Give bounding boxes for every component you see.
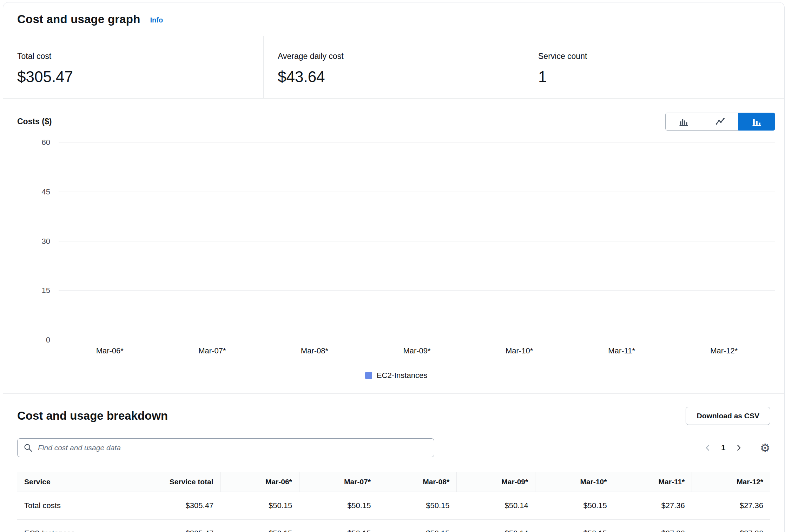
stat-value: $43.64	[278, 68, 510, 86]
breakdown-title: Cost and usage breakdown	[17, 409, 168, 423]
download-csv-button[interactable]: Download as CSV	[686, 407, 770, 425]
chart-x-axis: Mar-06*Mar-07*Mar-08*Mar-09*Mar-10*Mar-1…	[59, 346, 775, 355]
current-page-number[interactable]: 1	[721, 443, 725, 452]
legend-label: EC2-Instances	[377, 371, 427, 380]
column-header: Service total	[115, 472, 220, 492]
y-axis-tick-label: 15	[42, 286, 50, 295]
line-chart-icon	[715, 117, 726, 127]
x-axis-label: Mar-08*	[263, 346, 366, 355]
table-controls: 1 ⚙	[17, 438, 770, 457]
panel-header: Cost and usage graph Info	[3, 2, 784, 36]
column-header: Mar-09*	[457, 472, 535, 492]
chart-header: Costs ($)	[17, 113, 775, 131]
table-body: Total costs$305.47$50.15$50.15$50.15$50.…	[17, 492, 770, 532]
chart-plot	[59, 142, 775, 340]
stat-service-count: Service count 1	[524, 36, 784, 98]
breakdown-table-wrap: ServiceService totalMar-06*Mar-07*Mar-08…	[17, 472, 770, 532]
value-cell: $50.14	[457, 520, 535, 532]
chart-section: Costs ($)	[3, 99, 784, 393]
value-cell: $50.15	[220, 492, 299, 520]
service-cell: EC2-Instances	[17, 520, 115, 532]
value-cell: $50.15	[220, 520, 299, 532]
value-cell: $50.15	[299, 492, 378, 520]
bar-chart: 015304560	[17, 142, 775, 340]
column-header: Service	[17, 472, 115, 492]
value-cell: $50.15	[378, 520, 456, 532]
cost-and-usage-panel: Cost and usage graph Info Total cost $30…	[3, 2, 785, 532]
value-cell: $50.15	[535, 492, 614, 520]
y-axis-tick-label: 30	[42, 237, 50, 246]
table-row: Total costs$305.47$50.15$50.15$50.15$50.…	[17, 492, 770, 520]
breakdown-header: Cost and usage breakdown Download as CSV	[17, 407, 770, 425]
page-title: Cost and usage graph	[17, 13, 140, 26]
column-header: Mar-12*	[692, 472, 770, 492]
value-cell: $50.15	[535, 520, 614, 532]
info-link[interactable]: Info	[150, 16, 163, 24]
column-header: Mar-11*	[614, 472, 692, 492]
y-axis-tick-label: 0	[46, 335, 50, 345]
grouped-bar-chart-icon	[679, 117, 689, 127]
x-axis-label: Mar-06*	[59, 346, 161, 355]
stat-label: Average daily cost	[278, 52, 510, 61]
x-axis-label: Mar-09*	[366, 346, 468, 355]
stat-value: 1	[538, 68, 770, 86]
chart-y-axis-title: Costs ($)	[17, 117, 52, 126]
value-cell: $305.47	[115, 492, 220, 520]
value-cell: $50.15	[299, 520, 378, 532]
chart-bars	[59, 142, 775, 340]
column-header: Mar-08*	[378, 472, 456, 492]
chevron-left-icon	[704, 444, 712, 452]
table-row: EC2-Instances$305.47$50.15$50.15$50.15$5…	[17, 520, 770, 532]
stacked-bar-chart-button[interactable]	[738, 113, 775, 131]
chart-legend: EC2-Instances	[17, 371, 775, 380]
column-header: Mar-07*	[299, 472, 378, 492]
chart-y-axis: 015304560	[17, 142, 59, 340]
service-cell: Total costs	[17, 492, 115, 520]
table-header-row: ServiceService totalMar-06*Mar-07*Mar-08…	[17, 472, 770, 492]
y-axis-tick-label: 45	[42, 187, 50, 197]
table-header: ServiceService totalMar-06*Mar-07*Mar-08…	[17, 472, 770, 492]
stat-total-cost: Total cost $305.47	[3, 36, 263, 98]
value-cell: $50.14	[457, 492, 535, 520]
y-axis-tick-label: 60	[42, 138, 50, 147]
grouped-bar-chart-button[interactable]	[665, 113, 702, 131]
settings-icon[interactable]: ⚙	[760, 442, 770, 454]
search-icon	[24, 443, 33, 453]
x-axis-label: Mar-11*	[570, 346, 673, 355]
value-cell: $27.36	[692, 520, 770, 532]
x-axis-label: Mar-12*	[673, 346, 775, 355]
value-cell: $27.36	[692, 492, 770, 520]
breakdown-table: ServiceService totalMar-06*Mar-07*Mar-08…	[17, 472, 770, 532]
line-chart-button[interactable]	[702, 113, 739, 131]
x-axis-label: Mar-10*	[468, 346, 570, 355]
search-box	[17, 438, 434, 457]
pagination: 1 ⚙	[702, 442, 770, 454]
legend-swatch	[365, 372, 372, 379]
value-cell: $27.36	[614, 520, 692, 532]
chart-type-toggle-group	[665, 113, 775, 131]
column-header: Mar-06*	[220, 472, 299, 492]
stat-value: $305.47	[17, 68, 249, 86]
chevron-right-icon	[734, 444, 743, 452]
stat-label: Service count	[538, 52, 770, 61]
value-cell: $27.36	[614, 492, 692, 520]
summary-stats: Total cost $305.47 Average daily cost $4…	[3, 36, 784, 99]
value-cell: $50.15	[378, 492, 456, 520]
search-input[interactable]	[17, 438, 434, 457]
breakdown-section: Cost and usage breakdown Download as CSV…	[3, 393, 784, 532]
next-page-button[interactable]	[733, 442, 744, 453]
stat-label: Total cost	[17, 52, 249, 61]
value-cell: $305.47	[115, 520, 220, 532]
previous-page-button[interactable]	[702, 442, 713, 453]
column-header: Mar-10*	[535, 472, 614, 492]
x-axis-label: Mar-07*	[161, 346, 264, 355]
stat-average-daily-cost: Average daily cost $43.64	[263, 36, 524, 98]
stacked-bar-chart-icon	[752, 117, 762, 127]
